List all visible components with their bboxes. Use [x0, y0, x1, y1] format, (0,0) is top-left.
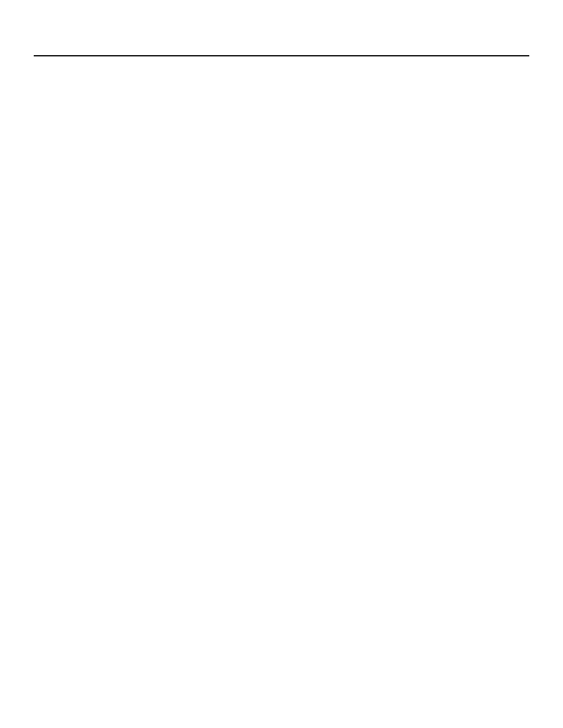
page-divider: [34, 55, 529, 56]
